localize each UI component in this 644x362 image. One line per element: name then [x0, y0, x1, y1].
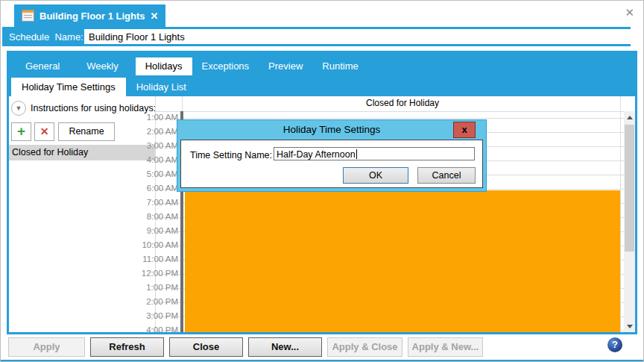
subtab-holiday-time-settings[interactable]: Holiday Time Settings [11, 78, 126, 97]
tab-exceptions[interactable]: Exceptions [192, 57, 259, 75]
time-label-11-00-am: 11:00 AM [9, 255, 178, 263]
subtab-holiday-list[interactable]: Holiday List [126, 78, 197, 97]
grid-header-line [156, 111, 624, 112]
time-label-2-00-am: 2:00 AM [9, 127, 178, 136]
schedule-name-input[interactable] [84, 29, 631, 44]
close-button[interactable]: Close [169, 337, 243, 357]
tab-runtime[interactable]: Runtime [312, 57, 367, 75]
time-label-6-00-am: 6:00 AM [9, 184, 178, 193]
application-window: Building Floor 1 Lights ✕ ✕ Schedule Nam… [0, 0, 644, 362]
time-setting-name-label: Time Setting Name: [190, 150, 272, 160]
dialog-close-icon[interactable]: x [453, 122, 476, 138]
holiday-subtab-bar: Holiday Time SettingsHoliday List [11, 78, 197, 97]
time-label-3-00-pm: 3:00 PM [9, 311, 178, 320]
dialog-body: Time Setting Name: Half-Day Afternoon OK… [180, 140, 483, 188]
holiday-time-settings-dialog: Holiday Time Settings x Time Setting Nam… [177, 120, 486, 191]
tab-general[interactable]: General [16, 57, 69, 75]
time-label-4-00-am: 4:00 AM [9, 155, 178, 164]
cancel-button[interactable]: Cancel [417, 167, 476, 184]
scroll-down-icon[interactable] [624, 320, 635, 332]
window-close-icon[interactable]: ✕ [625, 7, 634, 18]
grid-hour-line [156, 118, 624, 119]
time-label-1-00-am: 1:00 AM [9, 113, 178, 122]
help-icon[interactable]: ? [607, 337, 622, 352]
main-tab-bar: GeneralWeeklyHolidaysExceptionsPreviewRu… [16, 57, 368, 75]
schedule-name-label: Schedule Name: [9, 31, 83, 43]
footer-button-bar: ? ApplyRefreshCloseNew...Apply & CloseAp… [1, 334, 644, 360]
time-label-2-00-pm: 2:00 PM [9, 297, 178, 306]
tab-preview[interactable]: Preview [259, 57, 312, 75]
apply-button: Apply [8, 337, 85, 357]
document-tab[interactable]: Building Floor 1 Lights ✕ [14, 4, 165, 27]
new-button[interactable]: New... [248, 337, 322, 357]
time-label-5-00-am: 5:00 AM [9, 169, 178, 178]
instructions-label: Instructions for using holidays: [31, 103, 156, 113]
time-label-1-00-pm: 1:00 PM [9, 283, 178, 292]
vertical-scrollbar[interactable] [624, 111, 635, 332]
grid-column-header: Closed for Holiday [185, 96, 620, 111]
ok-button[interactable]: OK [343, 167, 408, 184]
time-setting-name-input[interactable]: Half-Day Afternoon [274, 147, 475, 160]
apply-new-button: Apply & New... [408, 337, 483, 357]
time-label-8-00-am: 8:00 AM [9, 212, 178, 221]
apply-close-button: Apply & Close [327, 337, 402, 357]
document-tab-close-icon[interactable]: ✕ [151, 10, 159, 22]
time-label-7-00-am: 7:00 AM [9, 198, 178, 207]
tab-holidays[interactable]: Holidays [136, 57, 192, 75]
text-caret [356, 149, 357, 159]
dialog-title: Holiday Time Settings [177, 120, 486, 140]
refresh-button[interactable]: Refresh [90, 337, 164, 357]
scroll-up-icon[interactable] [624, 111, 635, 123]
time-label-10-00-am: 10:00 AM [9, 240, 178, 249]
grid-header-vline [182, 96, 183, 111]
tab-weekly[interactable]: Weekly [77, 57, 127, 75]
scrollbar-thumb[interactable] [625, 125, 634, 252]
time-label-12-00-pm: 12:00 PM [9, 269, 178, 278]
document-tab-title: Building Floor 1 Lights [40, 10, 145, 22]
time-label-3-00-am: 3:00 AM [9, 141, 178, 150]
holiday-event-block[interactable] [185, 190, 620, 332]
schedule-name-bar: Schedule Name: [2, 27, 631, 46]
time-label-9-00-am: 9:00 AM [9, 226, 178, 235]
schedule-calendar-icon [22, 10, 34, 22]
time-label-4-00-pm: 4:00 PM [9, 325, 178, 332]
